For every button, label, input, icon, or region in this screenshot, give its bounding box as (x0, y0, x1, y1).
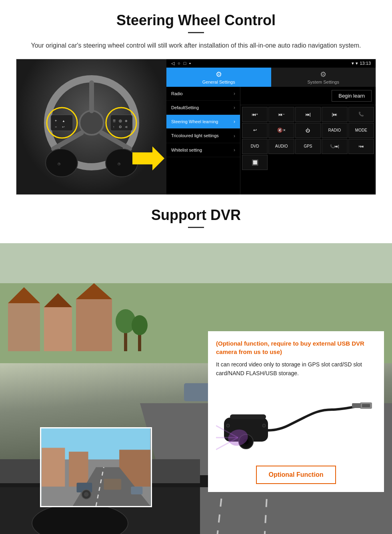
svg-rect-50 (42, 448, 65, 486)
svg-text:↩: ↩ (62, 125, 65, 129)
chevron-light-icon: › (234, 133, 235, 139)
svg-marker-23 (132, 146, 164, 170)
svg-text:−: − (55, 125, 57, 129)
steering-content-area: + ▲ − ↩ ☰ ◎ ⊕ ↑ ⊙ ⊲ (16, 59, 376, 195)
statusbar-right: ▾ ▾ 13:13 (352, 61, 371, 66)
ctrl-extra[interactable]: 🔲 (242, 155, 268, 170)
ctrl-next-track[interactable]: |⏭ (322, 107, 347, 122)
ctrl-mute[interactable]: 🔇× (268, 123, 294, 138)
ctrl-dvd[interactable]: DVD (242, 139, 268, 154)
svg-text:▲: ▲ (62, 119, 65, 123)
ctrl-vol-up[interactable]: ⏮+ (242, 107, 268, 122)
tab-general-label: General Settings (202, 80, 235, 84)
svg-rect-30 (76, 299, 112, 351)
android-content-panel: Begin learn ⏮+ ⏮− ⏮| |⏭ 📞 ↩ 🔇× ⏻ (240, 87, 376, 194)
svg-text:⊙: ⊙ (119, 125, 122, 129)
svg-text:⊕: ⊕ (125, 119, 128, 123)
gear-icon: ⚙ (216, 70, 222, 79)
title-divider (188, 32, 204, 33)
statusbar-left: ◁ ○ □ ▪ (171, 61, 191, 66)
svg-line-4 (102, 133, 130, 149)
svg-rect-28 (44, 307, 72, 351)
chevron-radio-icon: › (234, 91, 235, 96)
steering-photo: + ▲ − ↩ ☰ ◎ ⊕ ↑ ⊙ ⊲ (16, 59, 166, 194)
svg-rect-65 (230, 414, 266, 419)
home-icon: ○ (178, 61, 180, 66)
menu-whitelist[interactable]: Whitelist setting › (166, 143, 240, 157)
dvr-title-area: Support DVR (0, 195, 392, 243)
dvr-camera-svg (216, 386, 376, 458)
tab-system-settings[interactable]: ⚙ System Settings (271, 68, 376, 87)
menu-default-setting[interactable]: DefaultSetting › (166, 101, 240, 115)
svg-rect-69 (362, 404, 370, 407)
dvr-optional-text: (Optional function, require to buy exter… (216, 339, 376, 356)
wifi-icon: ▾ (356, 61, 358, 66)
android-body: Radio › DefaultSetting › Steering Wheel … (166, 87, 376, 194)
dashcam-preview-image (40, 427, 152, 507)
dvr-background: (Optional function, require to buy exter… (0, 243, 392, 534)
svg-text:⊲: ⊲ (125, 125, 128, 129)
svg-point-59 (84, 492, 89, 497)
dvr-title: Support DVR (0, 207, 392, 224)
begin-learn-button[interactable]: Begin learn (332, 90, 372, 102)
svg-text:☰: ☰ (113, 119, 116, 123)
status-bar: ◁ ○ □ ▪ ▾ ▾ 13:13 (166, 59, 376, 68)
svg-line-3 (54, 133, 82, 149)
svg-point-67 (262, 424, 266, 427)
ctrl-power[interactable]: ⏻ (295, 123, 321, 138)
time-display: 13:13 (360, 61, 371, 66)
ctrl-mute-next[interactable]: ×⏭ (348, 139, 374, 154)
dvr-description: It can record video only to storage in G… (216, 360, 376, 378)
ctrl-mode[interactable]: MODE (348, 123, 374, 138)
svg-text:◎: ◎ (119, 119, 122, 123)
ctrl-gps[interactable]: GPS (295, 139, 321, 154)
menu-radio[interactable]: Radio › (166, 87, 240, 101)
svg-point-35 (132, 315, 148, 335)
steering-section: Steering Wheel Control Your original car… (0, 0, 392, 195)
chevron-steering-icon: › (234, 119, 235, 124)
dvr-title-divider (188, 227, 204, 228)
screen-icon: ▪ (189, 61, 191, 66)
ctrl-vol-down[interactable]: ⏮− (268, 107, 294, 122)
dashcam-preview-svg (41, 428, 151, 506)
svg-rect-70 (352, 403, 361, 408)
steering-title: Steering Wheel Control (16, 12, 376, 29)
svg-text:↑: ↑ (113, 125, 114, 129)
begin-learn-row: Begin learn (240, 87, 376, 105)
svg-rect-56 (104, 479, 121, 490)
steering-description: Your original car's steering wheel contr… (24, 40, 368, 51)
chevron-whitelist-icon: › (234, 147, 235, 153)
svg-text:◷: ◷ (118, 162, 120, 166)
svg-text:+: + (55, 119, 57, 123)
dvr-info-box: (Optional function, require to buy exter… (208, 331, 384, 492)
signal-icon: ▾ (352, 61, 354, 66)
ctrl-phone-prev[interactable]: 📞⏮| (322, 139, 347, 154)
yellow-arrow (132, 146, 164, 170)
recents-icon: □ (184, 61, 186, 66)
svg-rect-51 (69, 452, 88, 486)
ctrl-phone[interactable]: 📞 (348, 107, 374, 122)
svg-point-19 (46, 149, 78, 177)
svg-rect-57 (131, 486, 142, 494)
menu-steering-wheel-learning[interactable]: Steering Wheel learning › (166, 115, 240, 129)
ctrl-audio[interactable]: AUDIO (268, 139, 294, 154)
tab-general-settings[interactable]: ⚙ General Settings (166, 68, 271, 87)
back-icon: ◁ (171, 61, 174, 66)
svg-text:◷: ◷ (58, 162, 60, 166)
ctrl-prev-track[interactable]: ⏮| (295, 107, 321, 122)
ctrl-hangup[interactable]: ↩ (242, 123, 268, 138)
chevron-default-icon: › (234, 105, 235, 110)
android-ui-panel: ◁ ○ □ ▪ ▾ ▾ 13:13 ⚙ General Settings (166, 59, 376, 194)
android-menu: Radio › DefaultSetting › Steering Wheel … (166, 87, 240, 194)
dvr-camera-product-image (216, 386, 376, 458)
ctrl-radio[interactable]: RADIO (322, 123, 347, 138)
optional-function-button[interactable]: Optional Function (256, 466, 336, 484)
svg-point-66 (226, 424, 230, 427)
menu-tricoloured-light[interactable]: Tricoloured light settings › (166, 129, 240, 143)
settings2-icon: ⚙ (320, 70, 326, 79)
android-tabs: ⚙ General Settings ⚙ System Settings (166, 68, 376, 87)
control-buttons-grid: ⏮+ ⏮− ⏮| |⏭ 📞 ↩ 🔇× ⏻ RADIO MODE DVD AUDI (240, 105, 376, 172)
svg-rect-26 (8, 303, 40, 351)
tab-system-label: System Settings (308, 80, 339, 84)
dvr-section: Support DVR (0, 195, 392, 534)
